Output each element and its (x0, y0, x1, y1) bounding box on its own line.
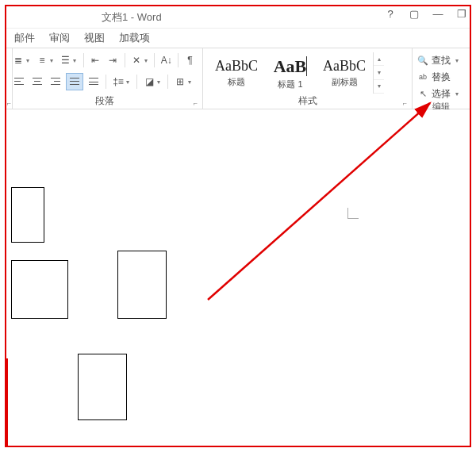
styles-gallery: AaBbC 标题 AaB 标题 1 AaBbC 副标题 ▴ ▾ ▾ (208, 52, 407, 94)
numbering-button[interactable]: ≡ (35, 52, 50, 68)
align-right-button[interactable] (48, 74, 63, 90)
window-title: 文档1 - Word (102, 10, 162, 25)
increase-indent-button[interactable]: ⇥ (106, 52, 121, 68)
paragraph-launcher-icon[interactable]: ⌐ (194, 99, 198, 107)
align-center-button[interactable] (29, 74, 45, 90)
find-button[interactable]: 🔍 查找 ▾ (417, 53, 465, 67)
dropdown-icon[interactable]: ▾ (188, 79, 194, 86)
dropdown-icon[interactable]: ▾ (455, 57, 459, 64)
styles-launcher-icon[interactable]: ⌐ (403, 99, 407, 107)
dropdown-icon[interactable]: ▾ (73, 57, 79, 64)
line-spacing-button[interactable]: ‡≡ (110, 74, 126, 90)
style-heading-1[interactable]: AaB 标题 1 (265, 52, 316, 94)
scroll-down-icon[interactable]: ▾ (374, 66, 384, 79)
shading-button[interactable]: ◪ (141, 74, 157, 90)
find-icon: 🔍 (417, 56, 428, 66)
style-heading[interactable]: AaBbC 标题 (211, 52, 262, 94)
separator (83, 53, 84, 67)
window-controls: ? ▢ — ❐ (384, 8, 468, 20)
title-bar: 文档1 - Word ? ▢ — ❐ (6, 6, 470, 29)
styles-more-icon[interactable]: ▾ (374, 80, 384, 94)
paragraph-row-1: ≣▾ ≡▾ ☰▾ ⇤ ⇥ ✕▾ A↓ ¶ (11, 52, 198, 69)
decrease-indent-button[interactable]: ⇤ (88, 52, 103, 68)
shape-rectangle[interactable] (117, 251, 167, 319)
separator (167, 75, 168, 89)
align-left-button[interactable] (11, 74, 27, 90)
separator (178, 53, 178, 67)
separator (125, 53, 125, 67)
dropdown-icon[interactable]: ▾ (26, 57, 33, 64)
dropdown-icon[interactable]: ▾ (50, 57, 56, 64)
ribbon: ⌐ ≣▾ ≡▾ ☰▾ ⇤ ⇥ ✕▾ A↓ ¶ (6, 48, 470, 109)
show-marks-button[interactable]: ¶ (182, 52, 198, 68)
separator (106, 75, 106, 89)
select-button[interactable]: ↖ 选择 ▾ (417, 86, 465, 101)
tab-view[interactable]: 视图 (84, 31, 105, 45)
separator (154, 53, 155, 67)
sort-button[interactable]: A↓ (159, 52, 174, 68)
replace-icon: ab (417, 73, 428, 81)
dropdown-icon[interactable]: ▾ (455, 90, 459, 98)
multilevel-list-button[interactable]: ☰ (58, 52, 73, 68)
document-canvas[interactable] (6, 109, 470, 446)
frame-left-edge (6, 358, 8, 446)
styles-gallery-scroll: ▴ ▾ ▾ (373, 52, 384, 94)
align-distribute-button[interactable] (86, 74, 102, 90)
paragraph-group: ≣▾ ≡▾ ☰▾ ⇤ ⇥ ✕▾ A↓ ¶ ‡≡▾ (6, 48, 203, 109)
dropdown-icon[interactable]: ▾ (157, 79, 163, 86)
ribbon-display-options-icon[interactable]: ▢ (408, 8, 420, 20)
scroll-up-icon[interactable]: ▴ (374, 52, 384, 66)
separator (136, 75, 137, 89)
help-icon[interactable]: ? (384, 8, 397, 20)
screenshot-frame: 文档1 - Word ? ▢ — ❐ 邮件 审阅 视图 加载项 ⌐ ≣▾ ≡▾ … (5, 5, 471, 447)
shape-rectangle[interactable] (78, 354, 127, 420)
tab-mailings[interactable]: 邮件 (14, 31, 35, 45)
dropdown-icon[interactable]: ▾ (144, 57, 151, 64)
editing-group: 🔍 查找 ▾ ab 替换 ↖ 选择 ▾ 编辑 (413, 48, 470, 109)
borders-button[interactable]: ⊞ (172, 74, 188, 90)
restore-icon[interactable]: ❐ (455, 8, 468, 20)
replace-button[interactable]: ab 替换 (417, 70, 465, 84)
tab-review[interactable]: 审阅 (49, 31, 70, 45)
dropdown-icon[interactable]: ▾ (126, 79, 132, 86)
bullets-button[interactable]: ≣ (11, 52, 26, 68)
minimize-icon[interactable]: — (432, 8, 444, 20)
shape-rectangle[interactable] (11, 260, 68, 319)
ltr-button[interactable]: ✕ (129, 52, 144, 68)
styles-group: AaBbC 标题 AaB 标题 1 AaBbC 副标题 ▴ ▾ ▾ 样 (203, 48, 413, 109)
text-cursor-icon (306, 56, 307, 76)
ribbon-tabs: 邮件 审阅 视图 加载项 (6, 29, 470, 48)
style-subtitle[interactable]: AaBbC 副标题 (319, 52, 370, 94)
tab-addins[interactable]: 加载项 (119, 31, 150, 45)
page-corner-mark (347, 208, 359, 219)
paragraph-group-label: 段落 (95, 94, 114, 108)
select-icon: ↖ (417, 89, 428, 99)
styles-group-label: 样式 (298, 94, 317, 108)
paragraph-row-2: ‡≡▾ ◪▾ ⊞▾ (11, 73, 198, 90)
align-justify-button[interactable] (66, 73, 83, 90)
shape-rectangle[interactable] (11, 187, 44, 243)
